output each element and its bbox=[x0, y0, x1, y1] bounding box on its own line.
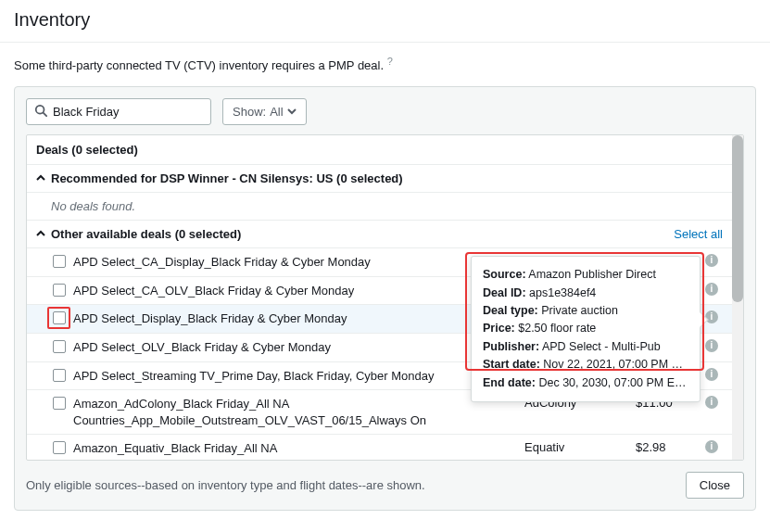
deal-price: $2.98 bbox=[636, 440, 701, 460]
popover-start-label: Start date: bbox=[483, 358, 540, 371]
deal-name: Amazon_Equativ_Black Friday_All NA Count… bbox=[73, 440, 524, 460]
other-deals-section-header[interactable]: Other available deals (0 selected) Selec… bbox=[27, 221, 732, 248]
popover-publisher-value: APD Select - Multi-Pub bbox=[542, 340, 661, 353]
deal-details-popover: Source: Amazon Publisher Direct Deal ID:… bbox=[471, 256, 701, 402]
deal-name: APD Select_Streaming TV_Prime Day, Black… bbox=[73, 368, 524, 385]
chevron-down-icon bbox=[287, 105, 297, 119]
deal-checkbox[interactable] bbox=[53, 284, 66, 297]
info-icon[interactable]: i bbox=[705, 254, 718, 267]
deal-name: APD Select_OLV_Black Friday & Cyber Mond… bbox=[73, 339, 524, 356]
deals-header: Deals (0 selected) bbox=[27, 135, 732, 165]
deal-name: APD Select_CA_OLV_Black Friday & Cyber M… bbox=[73, 283, 524, 299]
deal-checkbox[interactable] bbox=[53, 369, 66, 382]
deal-checkbox[interactable] bbox=[53, 340, 66, 353]
deal-name: APD Select_CA_Display_Black Friday & Cyb… bbox=[73, 254, 524, 271]
info-icon[interactable]: i bbox=[705, 283, 718, 296]
show-label: Show: bbox=[233, 105, 266, 119]
popover-start-value: Nov 22, 2021, 07:00 PM EST bbox=[543, 358, 688, 371]
caret-up-icon bbox=[36, 171, 45, 185]
svg-line-1 bbox=[44, 113, 47, 117]
note-text: Some third-party connected TV (CTV) inve… bbox=[14, 58, 384, 72]
popover-price-value: $2.50 floor rate bbox=[518, 322, 596, 335]
pmp-note: Some third-party connected TV (CTV) inve… bbox=[0, 43, 770, 82]
deal-name: Amazon_AdColony_Black Friday_All NA Coun… bbox=[73, 396, 524, 428]
deals-table: Deals (0 selected) Recommended for DSP W… bbox=[26, 134, 744, 461]
popover-dealid-value: aps1e384ef4 bbox=[529, 286, 596, 299]
note-help-icon[interactable]: ? bbox=[387, 56, 393, 67]
deal-publisher: Equativ bbox=[524, 440, 636, 460]
toolbar: Show: All bbox=[26, 98, 744, 125]
show-filter-button[interactable]: Show: All bbox=[222, 98, 307, 125]
deal-checkbox[interactable] bbox=[53, 311, 66, 324]
page-title: Inventory bbox=[0, 0, 770, 43]
info-icon[interactable]: i bbox=[705, 339, 718, 352]
popover-end-value: Dec 30, 2030, 07:00 PM EST bbox=[538, 376, 688, 389]
popover-dealid-label: Deal ID: bbox=[483, 286, 526, 299]
deal-checkbox[interactable] bbox=[53, 397, 66, 410]
popover-type-value: Private auction bbox=[541, 304, 618, 317]
close-button[interactable]: Close bbox=[686, 472, 744, 499]
no-deals-message: No deals found. bbox=[27, 193, 732, 221]
deals-scroll-area: Deals (0 selected) Recommended for DSP W… bbox=[27, 135, 743, 460]
info-icon[interactable]: i bbox=[705, 396, 718, 409]
scrollbar-track[interactable] bbox=[732, 135, 743, 460]
other-deals-list: APD Select_CA_Display_Black Friday & Cyb… bbox=[27, 248, 732, 460]
deal-row[interactable]: Amazon_Equativ_Black Friday_All NA Count… bbox=[27, 435, 732, 460]
section-title: Recommended for DSP Winner - CN Silensys… bbox=[51, 171, 403, 185]
popover-source-value: Amazon Publisher Direct bbox=[528, 268, 656, 281]
deal-checkbox[interactable] bbox=[53, 255, 66, 268]
search-icon bbox=[34, 104, 47, 120]
popover-price-label: Price: bbox=[483, 322, 515, 335]
footer-note: Only eligible sources--based on inventor… bbox=[26, 478, 425, 492]
popover-end-label: End date: bbox=[483, 376, 536, 389]
section-title: Other available deals (0 selected) bbox=[51, 227, 241, 241]
deal-checkbox[interactable] bbox=[53, 441, 66, 454]
popover-source-label: Source: bbox=[483, 268, 526, 281]
info-icon[interactable]: i bbox=[705, 368, 718, 381]
select-all-link[interactable]: Select all bbox=[674, 227, 723, 241]
search-input[interactable] bbox=[53, 105, 208, 119]
recommended-section-header[interactable]: Recommended for DSP Winner - CN Silensys… bbox=[27, 165, 732, 193]
footer: Only eligible sources--based on inventor… bbox=[26, 472, 744, 499]
caret-up-icon bbox=[36, 227, 45, 241]
info-icon[interactable]: i bbox=[705, 440, 718, 453]
deal-name: APD Select_Display_Black Friday & Cyber … bbox=[73, 310, 524, 327]
info-icon[interactable]: i bbox=[705, 310, 718, 323]
popover-type-label: Deal type: bbox=[483, 304, 538, 317]
inventory-panel: Show: All Deals (0 selected) Recommended… bbox=[14, 86, 756, 511]
search-field-wrap[interactable] bbox=[26, 98, 211, 125]
show-value: All bbox=[270, 105, 283, 119]
popover-publisher-label: Publisher: bbox=[483, 340, 539, 353]
scrollbar-thumb[interactable] bbox=[732, 135, 743, 302]
